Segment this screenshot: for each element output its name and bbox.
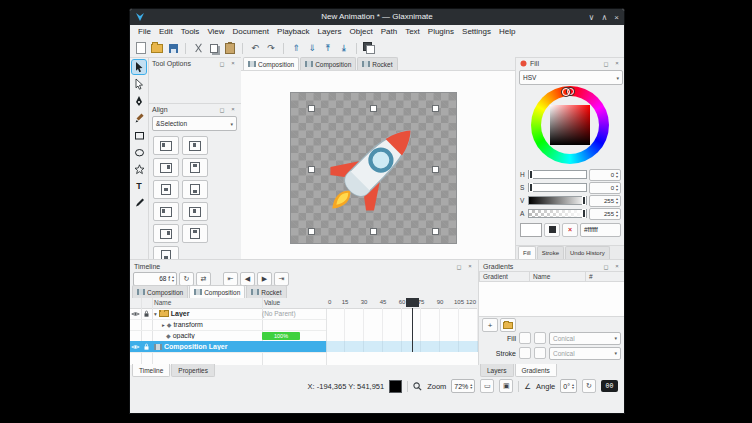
save-button[interactable] — [166, 41, 180, 55]
last-frame-button[interactable]: ⇥ — [274, 272, 289, 286]
first-frame-button[interactable]: ⇤ — [223, 272, 238, 286]
reset-view-button[interactable]: ↻ — [582, 379, 596, 393]
spin-down-icon[interactable]: ▾ — [616, 175, 618, 179]
new-file-button[interactable] — [134, 41, 148, 55]
hue-slider[interactable] — [528, 170, 587, 179]
menu-view[interactable]: View — [203, 25, 228, 39]
h-spinbox[interactable]: 0▴▾ — [589, 169, 621, 181]
s-spinbox[interactable]: 0▴▾ — [589, 182, 621, 194]
align-bottom-button[interactable] — [182, 180, 208, 199]
selection-handle-w[interactable] — [308, 166, 315, 173]
menu-edit[interactable]: Edit — [155, 25, 177, 39]
lower-layer-button[interactable]: ⇓ — [305, 41, 319, 55]
timeline-tab-composition-2[interactable]: Composition — [189, 285, 245, 298]
stroke-gradient-type-select[interactable]: Conical▾ — [549, 347, 621, 360]
lock-toggle[interactable] — [141, 310, 152, 318]
menu-text[interactable]: Text — [401, 25, 424, 39]
zoom-actual-size-button[interactable]: ▣ — [499, 379, 513, 393]
visibility-toggle[interactable] — [130, 344, 141, 350]
saturation-value-square[interactable] — [550, 105, 590, 145]
fill-gradient-type-select[interactable]: Conical▾ — [549, 332, 621, 345]
edit-nodes-tool[interactable] — [132, 77, 146, 91]
paste-button[interactable] — [223, 41, 237, 55]
float-panel-icon[interactable]: ◻ — [218, 106, 226, 113]
selection-handle-sw[interactable] — [308, 228, 315, 235]
tab-undo-history[interactable]: Undo History — [565, 246, 610, 259]
float-panel-icon[interactable]: ◻ — [455, 263, 463, 270]
selection-handle-s[interactable] — [370, 228, 377, 235]
alpha-slider[interactable] — [528, 209, 587, 218]
add-gradient-button[interactable]: + — [482, 318, 498, 332]
selection-handle-ne[interactable] — [432, 105, 439, 112]
slider-handle[interactable] — [529, 183, 533, 192]
float-panel-icon[interactable]: ◻ — [602, 263, 610, 270]
slider-handle[interactable] — [582, 196, 586, 205]
a-spinbox[interactable]: 255▴▾ — [589, 208, 621, 220]
timeline-tab-rocket[interactable]: Rocket — [246, 285, 286, 298]
menu-path[interactable]: Path — [377, 25, 401, 39]
align-top-button[interactable] — [182, 158, 208, 177]
menu-settings[interactable]: Settings — [458, 25, 495, 39]
expand-icon[interactable]: ▾ — [154, 311, 157, 317]
menu-tools[interactable]: Tools — [177, 25, 204, 39]
bezier-pen-tool[interactable] — [132, 94, 146, 108]
align-center-button[interactable] — [182, 202, 208, 221]
canvas-tab-composition-2[interactable]: Composition — [300, 57, 356, 70]
move-to-bottom-button[interactable]: ⇥ — [337, 41, 351, 55]
menu-plugins[interactable]: Plugins — [424, 25, 458, 39]
tab-stroke[interactable]: Stroke — [537, 246, 564, 259]
menu-help[interactable]: Help — [495, 25, 519, 39]
prev-frame-button[interactable]: ◀ — [240, 272, 255, 286]
menu-document[interactable]: Document — [229, 25, 273, 39]
fill-titlebar[interactable]: Fill ◻ × — [516, 57, 625, 69]
gradients-list[interactable] — [479, 282, 625, 317]
dock-tab-timeline[interactable]: Timeline — [132, 364, 170, 377]
lock-toggle[interactable] — [141, 343, 152, 351]
stroke-linear-toggle[interactable] — [519, 347, 531, 359]
viewport[interactable] — [241, 70, 515, 259]
play-button[interactable]: ▶ — [257, 272, 272, 286]
dock-tab-layers[interactable]: Layers — [480, 364, 514, 377]
color-mode-select[interactable]: HSV ▾ — [519, 70, 623, 85]
align-outside-top-button[interactable] — [182, 224, 208, 243]
visibility-toggle[interactable] — [130, 311, 141, 317]
align-hcenter-button[interactable] — [182, 136, 208, 155]
rectangle-tool[interactable] — [132, 128, 146, 142]
spin-down-icon[interactable]: ▾ — [616, 214, 618, 218]
copy-button[interactable] — [207, 41, 221, 55]
loop-button[interactable]: ↻ — [179, 272, 194, 286]
spin-down-icon[interactable]: ▾ — [172, 279, 174, 283]
float-panel-icon[interactable]: ◻ — [218, 60, 226, 67]
close-panel-icon[interactable]: × — [613, 60, 621, 66]
menu-file[interactable]: File — [134, 25, 155, 39]
fill-linear-toggle[interactable] — [519, 332, 531, 344]
move-to-top-button[interactable]: ⇤ — [321, 41, 335, 55]
star-tool[interactable] — [132, 162, 146, 176]
secondary-color-button[interactable] — [544, 223, 560, 237]
draw-freehand-tool[interactable] — [132, 111, 146, 125]
sv-cursor[interactable] — [562, 88, 570, 96]
align-left-button[interactable] — [153, 136, 179, 155]
close-panel-icon[interactable]: × — [613, 263, 621, 269]
maximize-button[interactable]: ∧ — [601, 13, 607, 22]
spin-down-icon[interactable]: ▾ — [572, 386, 574, 390]
saturation-slider[interactable] — [528, 183, 587, 192]
fill-radial-toggle[interactable] — [534, 332, 546, 344]
playhead-marker[interactable] — [406, 298, 419, 307]
ellipse-tool[interactable] — [132, 145, 146, 159]
v-spinbox[interactable]: 255▴▾ — [589, 195, 621, 207]
align-vcenter-button[interactable] — [153, 180, 179, 199]
timeline-tab-composition-1[interactable]: Composition — [132, 285, 188, 298]
color-picker-tool[interactable] — [132, 196, 146, 210]
slider-handle[interactable] — [582, 209, 586, 218]
expand-icon[interactable]: ▸ — [162, 322, 165, 328]
tool-options-titlebar[interactable]: Tool Options ◻ × — [148, 57, 241, 69]
value-slider[interactable] — [528, 196, 587, 205]
dock-tab-properties[interactable]: Properties — [171, 364, 215, 377]
composition-layer-row[interactable]: Composition Layer — [130, 341, 326, 353]
close-panel-icon[interactable]: × — [229, 60, 237, 66]
current-color-swatch[interactable] — [520, 223, 542, 237]
selection-handle-nw[interactable] — [308, 105, 315, 112]
menu-object[interactable]: Object — [346, 25, 377, 39]
fill-stroke-indicator[interactable] — [362, 41, 376, 55]
